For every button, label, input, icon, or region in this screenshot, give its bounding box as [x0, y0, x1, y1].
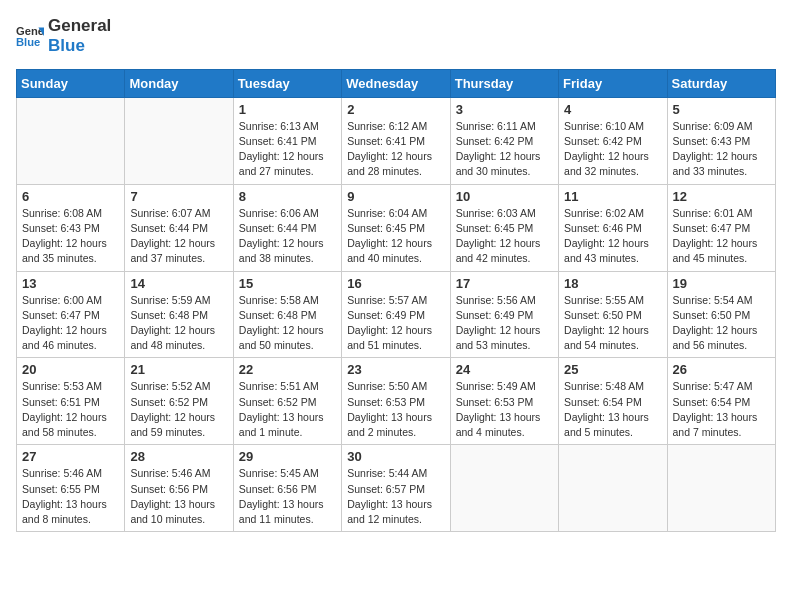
- weekday-header-tuesday: Tuesday: [233, 69, 341, 97]
- day-number: 18: [564, 276, 661, 291]
- logo-text-blue: Blue: [48, 36, 111, 56]
- logo: General Blue General Blue: [16, 16, 111, 57]
- day-number: 26: [673, 362, 770, 377]
- day-info: Sunrise: 5:44 AM Sunset: 6:57 PM Dayligh…: [347, 466, 444, 527]
- calendar-week-5: 27Sunrise: 5:46 AM Sunset: 6:55 PM Dayli…: [17, 445, 776, 532]
- calendar-header-row: SundayMondayTuesdayWednesdayThursdayFrid…: [17, 69, 776, 97]
- day-number: 6: [22, 189, 119, 204]
- day-info: Sunrise: 5:47 AM Sunset: 6:54 PM Dayligh…: [673, 379, 770, 440]
- calendar-week-1: 1Sunrise: 6:13 AM Sunset: 6:41 PM Daylig…: [17, 97, 776, 184]
- calendar-cell: 2Sunrise: 6:12 AM Sunset: 6:41 PM Daylig…: [342, 97, 450, 184]
- day-info: Sunrise: 6:10 AM Sunset: 6:42 PM Dayligh…: [564, 119, 661, 180]
- day-info: Sunrise: 6:00 AM Sunset: 6:47 PM Dayligh…: [22, 293, 119, 354]
- day-info: Sunrise: 5:53 AM Sunset: 6:51 PM Dayligh…: [22, 379, 119, 440]
- day-number: 22: [239, 362, 336, 377]
- day-info: Sunrise: 6:09 AM Sunset: 6:43 PM Dayligh…: [673, 119, 770, 180]
- day-number: 15: [239, 276, 336, 291]
- calendar-cell: [450, 445, 558, 532]
- day-number: 21: [130, 362, 227, 377]
- calendar-cell: 1Sunrise: 6:13 AM Sunset: 6:41 PM Daylig…: [233, 97, 341, 184]
- day-info: Sunrise: 6:02 AM Sunset: 6:46 PM Dayligh…: [564, 206, 661, 267]
- calendar-cell: 15Sunrise: 5:58 AM Sunset: 6:48 PM Dayli…: [233, 271, 341, 358]
- calendar-cell: 29Sunrise: 5:45 AM Sunset: 6:56 PM Dayli…: [233, 445, 341, 532]
- day-info: Sunrise: 6:11 AM Sunset: 6:42 PM Dayligh…: [456, 119, 553, 180]
- calendar-cell: 5Sunrise: 6:09 AM Sunset: 6:43 PM Daylig…: [667, 97, 775, 184]
- day-info: Sunrise: 5:54 AM Sunset: 6:50 PM Dayligh…: [673, 293, 770, 354]
- calendar-week-3: 13Sunrise: 6:00 AM Sunset: 6:47 PM Dayli…: [17, 271, 776, 358]
- calendar-week-4: 20Sunrise: 5:53 AM Sunset: 6:51 PM Dayli…: [17, 358, 776, 445]
- calendar-cell: 23Sunrise: 5:50 AM Sunset: 6:53 PM Dayli…: [342, 358, 450, 445]
- calendar-cell: 7Sunrise: 6:07 AM Sunset: 6:44 PM Daylig…: [125, 184, 233, 271]
- calendar-cell: 17Sunrise: 5:56 AM Sunset: 6:49 PM Dayli…: [450, 271, 558, 358]
- calendar-cell: 4Sunrise: 6:10 AM Sunset: 6:42 PM Daylig…: [559, 97, 667, 184]
- day-number: 16: [347, 276, 444, 291]
- calendar-cell: [559, 445, 667, 532]
- calendar-cell: 11Sunrise: 6:02 AM Sunset: 6:46 PM Dayli…: [559, 184, 667, 271]
- day-info: Sunrise: 5:46 AM Sunset: 6:56 PM Dayligh…: [130, 466, 227, 527]
- day-number: 13: [22, 276, 119, 291]
- calendar-cell: [17, 97, 125, 184]
- weekday-header-thursday: Thursday: [450, 69, 558, 97]
- day-number: 12: [673, 189, 770, 204]
- calendar-cell: 25Sunrise: 5:48 AM Sunset: 6:54 PM Dayli…: [559, 358, 667, 445]
- calendar-cell: 30Sunrise: 5:44 AM Sunset: 6:57 PM Dayli…: [342, 445, 450, 532]
- day-number: 23: [347, 362, 444, 377]
- calendar-table: SundayMondayTuesdayWednesdayThursdayFrid…: [16, 69, 776, 532]
- calendar-cell: 12Sunrise: 6:01 AM Sunset: 6:47 PM Dayli…: [667, 184, 775, 271]
- calendar-cell: [667, 445, 775, 532]
- day-info: Sunrise: 6:08 AM Sunset: 6:43 PM Dayligh…: [22, 206, 119, 267]
- day-number: 27: [22, 449, 119, 464]
- day-number: 5: [673, 102, 770, 117]
- calendar-cell: 13Sunrise: 6:00 AM Sunset: 6:47 PM Dayli…: [17, 271, 125, 358]
- day-number: 14: [130, 276, 227, 291]
- calendar-cell: 14Sunrise: 5:59 AM Sunset: 6:48 PM Dayli…: [125, 271, 233, 358]
- day-number: 28: [130, 449, 227, 464]
- day-number: 20: [22, 362, 119, 377]
- day-number: 8: [239, 189, 336, 204]
- calendar-cell: 20Sunrise: 5:53 AM Sunset: 6:51 PM Dayli…: [17, 358, 125, 445]
- day-info: Sunrise: 5:51 AM Sunset: 6:52 PM Dayligh…: [239, 379, 336, 440]
- page-header: General Blue General Blue: [16, 16, 776, 57]
- calendar-cell: 18Sunrise: 5:55 AM Sunset: 6:50 PM Dayli…: [559, 271, 667, 358]
- calendar-cell: 6Sunrise: 6:08 AM Sunset: 6:43 PM Daylig…: [17, 184, 125, 271]
- day-number: 10: [456, 189, 553, 204]
- day-info: Sunrise: 5:45 AM Sunset: 6:56 PM Dayligh…: [239, 466, 336, 527]
- day-number: 9: [347, 189, 444, 204]
- calendar-cell: 10Sunrise: 6:03 AM Sunset: 6:45 PM Dayli…: [450, 184, 558, 271]
- day-info: Sunrise: 6:06 AM Sunset: 6:44 PM Dayligh…: [239, 206, 336, 267]
- day-number: 3: [456, 102, 553, 117]
- calendar-cell: 26Sunrise: 5:47 AM Sunset: 6:54 PM Dayli…: [667, 358, 775, 445]
- day-info: Sunrise: 6:01 AM Sunset: 6:47 PM Dayligh…: [673, 206, 770, 267]
- day-number: 30: [347, 449, 444, 464]
- weekday-header-sunday: Sunday: [17, 69, 125, 97]
- day-number: 7: [130, 189, 227, 204]
- svg-text:General: General: [16, 25, 44, 37]
- calendar-cell: 21Sunrise: 5:52 AM Sunset: 6:52 PM Dayli…: [125, 358, 233, 445]
- calendar-week-2: 6Sunrise: 6:08 AM Sunset: 6:43 PM Daylig…: [17, 184, 776, 271]
- day-number: 25: [564, 362, 661, 377]
- logo-text-general: General: [48, 16, 111, 36]
- day-number: 1: [239, 102, 336, 117]
- day-info: Sunrise: 5:55 AM Sunset: 6:50 PM Dayligh…: [564, 293, 661, 354]
- weekday-header-wednesday: Wednesday: [342, 69, 450, 97]
- day-info: Sunrise: 5:49 AM Sunset: 6:53 PM Dayligh…: [456, 379, 553, 440]
- logo-icon: General Blue: [16, 22, 44, 50]
- day-info: Sunrise: 5:57 AM Sunset: 6:49 PM Dayligh…: [347, 293, 444, 354]
- day-number: 19: [673, 276, 770, 291]
- day-number: 29: [239, 449, 336, 464]
- calendar-cell: 27Sunrise: 5:46 AM Sunset: 6:55 PM Dayli…: [17, 445, 125, 532]
- day-info: Sunrise: 6:03 AM Sunset: 6:45 PM Dayligh…: [456, 206, 553, 267]
- day-info: Sunrise: 6:12 AM Sunset: 6:41 PM Dayligh…: [347, 119, 444, 180]
- day-info: Sunrise: 5:56 AM Sunset: 6:49 PM Dayligh…: [456, 293, 553, 354]
- svg-text:Blue: Blue: [16, 36, 40, 48]
- weekday-header-saturday: Saturday: [667, 69, 775, 97]
- day-info: Sunrise: 6:07 AM Sunset: 6:44 PM Dayligh…: [130, 206, 227, 267]
- calendar-cell: 28Sunrise: 5:46 AM Sunset: 6:56 PM Dayli…: [125, 445, 233, 532]
- calendar-cell: 3Sunrise: 6:11 AM Sunset: 6:42 PM Daylig…: [450, 97, 558, 184]
- day-number: 2: [347, 102, 444, 117]
- day-number: 11: [564, 189, 661, 204]
- day-info: Sunrise: 5:58 AM Sunset: 6:48 PM Dayligh…: [239, 293, 336, 354]
- calendar-cell: 22Sunrise: 5:51 AM Sunset: 6:52 PM Dayli…: [233, 358, 341, 445]
- day-info: Sunrise: 5:59 AM Sunset: 6:48 PM Dayligh…: [130, 293, 227, 354]
- day-number: 17: [456, 276, 553, 291]
